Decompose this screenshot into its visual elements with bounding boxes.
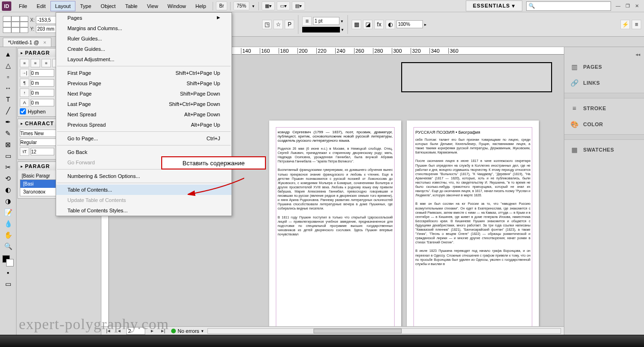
- gradient-swatch-tool[interactable]: ◐: [2, 185, 14, 195]
- search-field[interactable]: 🔍: [526, 1, 611, 11]
- menu-margins[interactable]: Margins and Columns...: [56, 23, 231, 33]
- corner-icon[interactable]: ◳: [262, 20, 272, 29]
- selection-tool[interactable]: ▲: [2, 49, 14, 59]
- menu-view[interactable]: View: [142, 1, 163, 11]
- selected-frame[interactable]: [401, 62, 552, 92]
- first-page-nav[interactable]: |◂: [104, 328, 112, 334]
- close-button[interactable]: ✕: [634, 3, 640, 9]
- type-tool[interactable]: T: [2, 94, 14, 105]
- zoom-level[interactable]: 75%: [233, 1, 249, 10]
- prev-page-nav[interactable]: ◂: [116, 328, 123, 334]
- next-page-nav[interactable]: ▸: [149, 328, 156, 334]
- reference-point-grid[interactable]: [3, 16, 28, 33]
- arrange-button[interactable]: ▤▾: [292, 1, 305, 10]
- menu-create-guides[interactable]: Create Guides...: [56, 44, 231, 54]
- screen-mode-button[interactable]: ▭▾: [277, 1, 290, 10]
- panel-menu-icon[interactable]: ≡: [632, 20, 641, 29]
- apply-color[interactable]: ▪: [2, 267, 14, 278]
- pathfinder-icon[interactable]: P: [285, 20, 294, 29]
- opacity-input[interactable]: [396, 20, 423, 28]
- gap-tool[interactable]: ↔: [2, 83, 14, 93]
- indent-first[interactable]: [31, 79, 54, 87]
- rectangle-frame-tool[interactable]: ⊠: [2, 139, 14, 150]
- scrollbar-thumb[interactable]: [314, 329, 402, 333]
- screen-mode[interactable]: ▭: [2, 279, 14, 289]
- restore-button[interactable]: ❐: [624, 3, 631, 9]
- app-logo[interactable]: ID: [2, 1, 11, 11]
- hand-tool[interactable]: ✋: [2, 230, 14, 240]
- links-panel-tab[interactable]: 🔗LINKS: [564, 75, 644, 91]
- stroke-weight[interactable]: [313, 17, 339, 25]
- menu-layout-adjustment[interactable]: Layout Adjustment...: [56, 54, 231, 65]
- menu-first-page[interactable]: First PageShift+Ctrl+Page Up: [56, 68, 231, 78]
- menu-type[interactable]: Type: [75, 1, 96, 11]
- stroke-style[interactable]: [302, 27, 340, 32]
- menu-help[interactable]: Help: [190, 1, 211, 11]
- document-tab[interactable]: *Untitled-1 @ ×: [3, 38, 51, 47]
- close-tab-icon[interactable]: ×: [43, 40, 46, 45]
- stroke-panel-tab[interactable]: ≡STROKE: [564, 100, 644, 116]
- menu-last-page[interactable]: Last PageShift+Ctrl+Page Down: [56, 99, 231, 109]
- collapse-panels-icon[interactable]: ◂◂: [564, 50, 644, 59]
- pages-panel-tab[interactable]: ▥PAGES: [564, 59, 644, 75]
- note-tool[interactable]: 📝: [2, 207, 14, 218]
- indent-left[interactable]: [31, 69, 54, 77]
- free-transform-tool[interactable]: ⟲: [2, 173, 14, 184]
- minimize-button[interactable]: —: [615, 3, 621, 9]
- quick-apply-icon[interactable]: ⚡: [620, 20, 630, 29]
- fx-icon[interactable]: fx: [374, 20, 384, 29]
- menu-table[interactable]: Table: [120, 1, 142, 11]
- pen-tool[interactable]: ✒: [2, 117, 14, 127]
- rectangle-tool[interactable]: ▭: [2, 151, 14, 161]
- workspace-switcher[interactable]: ESSENTIALS ▾: [466, 0, 522, 11]
- menu-prev-spread[interactable]: Previous SpreadAlt+Page Up: [56, 120, 231, 130]
- bridge-button[interactable]: Br: [216, 1, 227, 10]
- menu-file[interactable]: File: [14, 1, 32, 11]
- menu-object[interactable]: Object: [96, 1, 121, 11]
- menu-layout[interactable]: Layout: [50, 1, 75, 11]
- color-panel-tab[interactable]: 🎨COLOR: [564, 116, 644, 132]
- menu-go-back[interactable]: Go Back: [56, 147, 231, 157]
- drop-shadow-icon[interactable]: ◪: [363, 20, 372, 29]
- align-center-icon[interactable]: ≡: [31, 59, 40, 67]
- menu-next-spread[interactable]: Next SpreadAlt+Page Down: [56, 109, 231, 120]
- dropcap[interactable]: [31, 99, 54, 106]
- swatches-icon: ▦: [570, 145, 578, 154]
- menu-prev-page[interactable]: Previous PageShift+Page Up: [56, 78, 231, 89]
- page-number-field[interactable]: 2: [126, 327, 145, 335]
- direct-selection-tool[interactable]: △: [2, 60, 14, 71]
- menu-window[interactable]: Window: [163, 1, 190, 11]
- menu-pages[interactable]: Pages▶: [56, 13, 231, 23]
- space-before[interactable]: [31, 89, 54, 97]
- menu-next-page[interactable]: Next PageShift+Page Down: [56, 89, 231, 99]
- eyedropper-tool[interactable]: 💧: [2, 218, 14, 229]
- page-tool[interactable]: ▫: [2, 72, 14, 82]
- preflight-status[interactable]: No errors▾: [171, 328, 204, 334]
- zoom-dropdown-icon[interactable]: ▾: [250, 4, 256, 8]
- last-page-nav[interactable]: ▸|: [159, 328, 167, 334]
- menu-goto-page[interactable]: Go to Page...Ctrl+J: [56, 133, 231, 144]
- dropdown-icon[interactable]: ▾: [341, 19, 343, 24]
- zoom-tool[interactable]: 🔍: [2, 241, 14, 251]
- effects-icon[interactable]: ▦: [352, 20, 361, 29]
- menu-toc-styles[interactable]: Table of Contents Styles...: [56, 205, 231, 216]
- font-size[interactable]: [31, 148, 54, 155]
- align-left-icon[interactable]: ≡: [20, 59, 29, 67]
- gradient-feather-tool[interactable]: ◑: [2, 196, 14, 206]
- os-taskbar[interactable]: [0, 335, 644, 347]
- path-icon[interactable]: ☆: [273, 20, 283, 29]
- line-tool[interactable]: ╱: [2, 105, 14, 116]
- fill-stroke-swatch[interactable]: [2, 255, 14, 266]
- scissors-tool[interactable]: ✂: [2, 162, 14, 172]
- menu-ruler-guides[interactable]: Ruler Guides...: [56, 33, 231, 44]
- dropdown-icon[interactable]: ▾: [341, 27, 344, 32]
- pencil-tool[interactable]: ✎: [2, 128, 14, 138]
- align-right-icon[interactable]: ≡: [41, 59, 51, 67]
- menu-edit[interactable]: Edit: [32, 1, 50, 11]
- page-right[interactable]: РУССКАЯ ПОЭЗИЯ • Биография себя Поэтом: …: [407, 121, 539, 326]
- swatches-panel-tab[interactable]: ▦SWATCHES: [564, 142, 644, 158]
- page-left[interactable]: ксандр Сергеевич (1799 — 1837), поэт, пр…: [269, 121, 401, 326]
- horizontal-scrollbar[interactable]: [207, 328, 561, 334]
- hyphenate-checkbox[interactable]: [20, 108, 26, 114]
- view-mode-button[interactable]: ▦▾: [262, 1, 275, 10]
